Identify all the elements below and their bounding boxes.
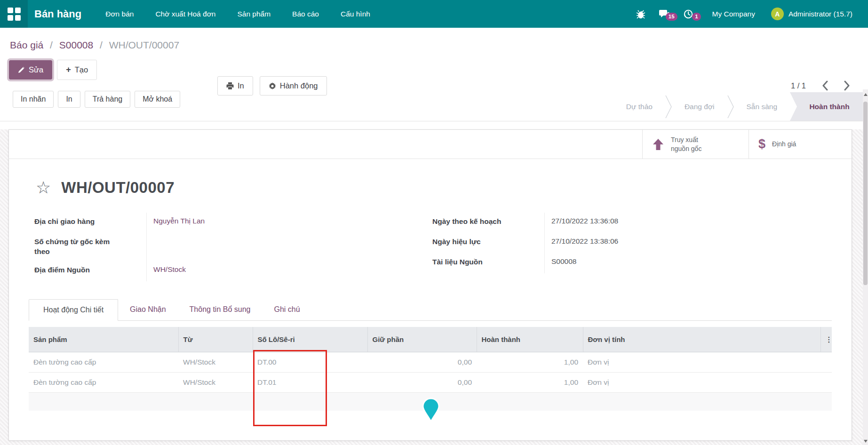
cell-lot: DT.00 bbox=[253, 352, 367, 373]
company-switcher[interactable]: My Company bbox=[712, 10, 755, 18]
partner-link[interactable]: Nguyễn Thị Lan bbox=[146, 213, 432, 233]
tab-ghi-chu[interactable]: Ghi chú bbox=[262, 299, 311, 320]
smart-button-row: Truy xuất nguồn gốc $ Định giá bbox=[9, 130, 852, 159]
action-button-row: Sửa + Tạo bbox=[9, 57, 868, 82]
create-button[interactable]: + Tạo bbox=[57, 60, 97, 80]
edit-button[interactable]: Sửa bbox=[9, 60, 52, 79]
pager-next-icon[interactable] bbox=[844, 80, 850, 91]
control-panel: Báo giá / S00008 / WH/OUT/00007 Sửa + Tạ… bbox=[0, 28, 868, 121]
field-group-right: Ngày theo kế hoạch 27/10/2022 13:36:08 N… bbox=[432, 213, 852, 281]
valuation-smart-button[interactable]: $ Định giá bbox=[749, 130, 852, 159]
apps-grid-icon bbox=[8, 8, 21, 21]
cell-done: 1,00 bbox=[477, 373, 583, 393]
table-row[interactable]: Đèn tường cao cấp WH/Stock DT.00 0,00 1,… bbox=[29, 352, 832, 373]
pencil-icon bbox=[18, 66, 25, 73]
pager-value[interactable]: 1 / 1 bbox=[791, 81, 806, 90]
breadcrumb-s00008[interactable]: S00008 bbox=[59, 40, 93, 50]
cell-product: Đèn tường cao cấp bbox=[29, 373, 178, 393]
unlock-button[interactable]: Mở khoá bbox=[135, 91, 180, 108]
apps-menu-button[interactable] bbox=[0, 0, 28, 28]
user-name: Administrator (15.7) bbox=[788, 10, 852, 18]
menu-cau-hinh[interactable]: Cấu hình bbox=[330, 0, 381, 28]
header-from[interactable]: Từ bbox=[178, 327, 253, 352]
header-product[interactable]: Sản phẩm bbox=[29, 327, 178, 352]
header-done[interactable]: Hoàn thành bbox=[477, 327, 583, 352]
menu-san-pham[interactable]: Sản phẩm bbox=[226, 0, 281, 28]
debug-button[interactable] bbox=[629, 9, 652, 19]
field-source-document: Tài liệu Nguồn S00008 bbox=[432, 253, 852, 273]
table-footer-band bbox=[29, 393, 832, 411]
status-hoan-thanh[interactable]: Hoàn thành bbox=[790, 92, 864, 121]
tab-giao-nhan[interactable]: Giao Nhận bbox=[118, 299, 178, 320]
table-header-row: Sản phẩm Từ Số Lô/Sê-ri Giữ phần Hoàn th… bbox=[29, 327, 832, 352]
status-separator-icon bbox=[727, 95, 734, 119]
arrow-up-icon bbox=[652, 138, 664, 151]
print-button[interactable]: In bbox=[217, 76, 253, 95]
tab-detailed-operations[interactable]: Hoạt động Chi tiết bbox=[29, 299, 118, 321]
printer-icon bbox=[226, 82, 234, 89]
user-menu[interactable]: A Administrator (15.7) bbox=[771, 8, 852, 20]
menu-don-ban[interactable]: Đơn bán bbox=[95, 0, 144, 28]
app-name[interactable]: Bán hàng bbox=[34, 8, 81, 20]
cell-product: Đèn tường cao cấp bbox=[29, 352, 178, 373]
dollar-icon: $ bbox=[758, 137, 765, 151]
cell-reserved: 0,00 bbox=[367, 352, 477, 373]
status-du-thao[interactable]: Dự thảo bbox=[613, 103, 665, 111]
messages-badge: 15 bbox=[666, 13, 677, 21]
breadcrumb-separator: / bbox=[96, 40, 106, 50]
traceability-smart-button[interactable]: Truy xuất nguồn gốc bbox=[642, 130, 749, 159]
cell-reserved: 0,00 bbox=[367, 373, 477, 393]
status-dang-doi[interactable]: Đang đợi bbox=[672, 103, 727, 111]
print-button-2[interactable]: In bbox=[58, 91, 80, 108]
messages-button[interactable]: 15 bbox=[652, 9, 677, 19]
header-lot[interactable]: Số Lô/Sê-ri bbox=[253, 327, 367, 352]
activities-badge: 1 bbox=[692, 13, 701, 21]
bug-icon bbox=[636, 9, 645, 19]
pager-previous-icon[interactable] bbox=[822, 80, 828, 91]
systray: 15 1 My Company A Administrator (15.7) bbox=[629, 8, 868, 20]
status-san-sang[interactable]: Sẵn sàng bbox=[734, 103, 790, 111]
cell-uom: Đơn vị bbox=[583, 373, 820, 393]
favorite-star-icon[interactable]: ☆ bbox=[36, 179, 51, 196]
status-separator-icon bbox=[665, 95, 672, 119]
return-button[interactable]: Trả hàng bbox=[85, 91, 130, 108]
cell-from: WH/Stock bbox=[178, 352, 253, 373]
field-scheduled-date: Ngày theo kế hoạch 27/10/2022 13:36:08 bbox=[432, 213, 852, 233]
breadcrumb: Báo giá / S00008 / WH/OUT/00007 bbox=[0, 28, 868, 51]
statusbar: Dự thảo Đang đợi Sẵn sàng Hoàn thành bbox=[613, 92, 864, 121]
title-row: ☆ WH/OUT/00007 bbox=[9, 179, 852, 197]
vertical-scrollbar bbox=[863, 89, 868, 445]
breadcrumb-separator: / bbox=[46, 40, 56, 50]
field-delivery-address: Địa chỉ giao hàng Nguyễn Thị Lan bbox=[34, 213, 432, 233]
scroll-down-icon[interactable] bbox=[864, 440, 868, 443]
move-lines-table: Sản phẩm Từ Số Lô/Sê-ri Giữ phần Hoàn th… bbox=[29, 327, 832, 393]
field-group-left: Địa chỉ giao hàng Nguyễn Thị Lan Số chứn… bbox=[34, 213, 432, 281]
optional-columns-icon[interactable]: ⋮ bbox=[820, 327, 832, 352]
print-action-group: In Hành động bbox=[217, 76, 327, 95]
scroll-up-icon[interactable] bbox=[864, 93, 868, 96]
form-sheet: Truy xuất nguồn gốc $ Định giá ☆ WH/OUT/… bbox=[8, 129, 852, 441]
cell-from: WH/Stock bbox=[178, 373, 253, 393]
field-groups: Địa chỉ giao hàng Nguyễn Thị Lan Số chứn… bbox=[9, 213, 852, 281]
scrollbar-thumb[interactable] bbox=[863, 102, 868, 285]
notebook: Hoạt động Chi tiết Giao Nhận Thông tin B… bbox=[9, 299, 852, 411]
location-link[interactable]: WH/Stock bbox=[146, 261, 432, 281]
table-row[interactable]: Đèn tường cao cấp WH/Stock DT.01 0,00 1,… bbox=[29, 373, 832, 393]
breadcrumb-bao-gia[interactable]: Báo giá bbox=[10, 40, 43, 50]
tab-bar: Hoạt động Chi tiết Giao Nhận Thông tin B… bbox=[29, 299, 832, 321]
pager: 1 / 1 bbox=[791, 80, 850, 91]
field-source-location: Địa điểm Nguồn WH/Stock bbox=[34, 261, 432, 281]
main-menu: Đơn bán Chờ xuất Hoá đơn Sản phẩm Báo cá… bbox=[95, 0, 381, 28]
menu-cho-xuat-hoa-don[interactable]: Chờ xuất Hoá đơn bbox=[144, 0, 226, 28]
avatar: A bbox=[771, 8, 784, 20]
activities-button[interactable]: 1 bbox=[677, 9, 700, 19]
action-menu-button[interactable]: Hành động bbox=[260, 76, 327, 95]
page-title: WH/OUT/00007 bbox=[61, 179, 175, 197]
field-origin-docs: Số chứng từ gốc kèm theo bbox=[34, 233, 432, 261]
header-uom[interactable]: Đơn vị tính bbox=[583, 327, 820, 352]
menu-bao-cao[interactable]: Báo cáo bbox=[281, 0, 330, 28]
print-labels-button[interactable]: In nhãn bbox=[13, 91, 54, 108]
content-area: Truy xuất nguồn gốc $ Định giá ☆ WH/OUT/… bbox=[0, 129, 868, 445]
tab-thong-tin-bo-sung[interactable]: Thông tin Bổ sung bbox=[178, 299, 263, 320]
header-reserved[interactable]: Giữ phần bbox=[367, 327, 477, 352]
